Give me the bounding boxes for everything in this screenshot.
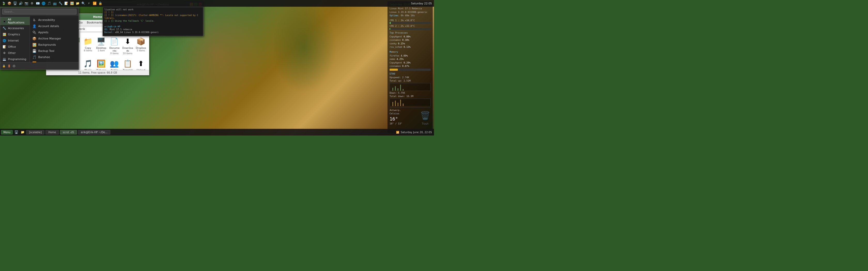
file-item-documents[interactable]: 📄 Documents 0 items	[108, 35, 120, 56]
app-item-bluetooth[interactable]: 📶 Bluetooth	[30, 60, 79, 62]
net-bar-2	[395, 86, 396, 91]
panel-icon-network[interactable]: 📶	[92, 1, 97, 6]
panel-icon-image[interactable]: 🖼️	[69, 1, 74, 6]
sysinfo-uptime: Uptime: 0h 40m 14s	[390, 14, 431, 17]
app-item-backup[interactable]: 💾 Backup Tool	[30, 48, 79, 54]
cat-prog-icon: 💻	[2, 57, 6, 61]
upload-graph	[390, 83, 431, 91]
file-icon-dropbox: 📦	[135, 36, 146, 46]
file-item-desktop[interactable]: 🖥️ Desktop 1 item	[95, 35, 107, 56]
file-item-upload[interactable]: ⬆️ Upload 11 items	[135, 57, 147, 70]
sysinfo-kernel: Linux 3.19.8-031908-generic	[390, 10, 431, 14]
panel-icon-mint[interactable]: 🍃	[1, 1, 6, 6]
net-total-down: Total down: 16.3M	[390, 95, 431, 98]
app-menu-body: 📱 All Applications 🔧 Accessories 🖼️ Grap…	[0, 16, 79, 62]
net-bar-4	[400, 84, 401, 90]
footer-shutdown[interactable]: ⏻	[13, 65, 15, 67]
app-item-account[interactable]: 👤 Account details	[30, 23, 79, 29]
sysinfo-network: ETH0 Upspeed: 2.74K Total up: 2.51M Down…	[390, 72, 431, 106]
mem-proc-3: cinnamon 0.07%	[390, 65, 431, 68]
panel-icon-text[interactable]: 📝	[64, 1, 69, 6]
cat-internet[interactable]: 🌐 Internet	[0, 37, 30, 44]
taskbar-task-home[interactable]: Home	[45, 130, 59, 134]
panel-icon-settings[interactable]: ⚙️	[29, 1, 35, 6]
panel-icon-tools[interactable]: 🔧	[58, 1, 63, 6]
panel-icon-music[interactable]: 🎵	[46, 1, 52, 6]
taskbar-menu-button[interactable]: Menu	[1, 130, 13, 134]
panel-icon-search[interactable]: 🔍	[81, 1, 86, 6]
footer-logout[interactable]: 🚪	[7, 65, 10, 67]
app-label-accessibility: Accessibility	[38, 18, 55, 22]
weather-temp-current: 16°	[390, 115, 431, 122]
file-icon-documents: 📄	[109, 36, 120, 46]
app-item-backgrounds[interactable]: 🖼️ Backgrounds	[30, 41, 79, 48]
menu-bookmarks[interactable]: Bookmarks	[85, 21, 104, 25]
panel-icon-email[interactable]: 📧	[35, 1, 40, 6]
file-item-copy[interactable]: 📁 Copy 8 items	[82, 35, 94, 56]
app-item-accessibility[interactable]: ♿ Accessibility	[30, 17, 79, 23]
cat-graphics[interactable]: 🖼️ Graphics	[0, 31, 30, 37]
cat-all-applications[interactable]: 📱 All Applications	[0, 17, 30, 25]
total-up-val: 2.51M	[404, 79, 410, 82]
taskbar-icon-2[interactable]: 📁	[20, 130, 25, 135]
dl-bar-4	[400, 100, 401, 106]
file-icon-desktop: 🖥️	[96, 36, 106, 46]
file-item-dropbox[interactable]: 📦 Dropbox 5 items	[135, 35, 147, 56]
taskbar-task-terminal[interactable]: erik@Erik-HP ~/De...	[78, 130, 110, 134]
top-proc-0: CopyAgent 0.88%	[390, 35, 431, 38]
file-count-downloads: 10 items	[123, 52, 132, 55]
panel-icon-video[interactable]: 📺	[52, 1, 57, 6]
sysinfo-memory: Memory firefox 4.69% nemo 4.25% CopyAgen…	[390, 50, 431, 71]
cpu2-bar-container	[390, 28, 431, 30]
cat-programming[interactable]: 💻 Programming	[0, 56, 30, 62]
app-item-archive[interactable]: 📦 Archive Manager	[30, 35, 79, 41]
app-item-applets[interactable]: 🔌 Applets	[30, 29, 79, 35]
cpu1-temp: +34.0°C	[405, 19, 415, 22]
file-item-templates[interactable]: 📋 Templates 0 items	[122, 57, 134, 70]
term-spacer	[104, 23, 202, 25]
panel-icon-browser[interactable]: 🌐	[41, 1, 46, 6]
app-search-input[interactable]	[2, 9, 76, 14]
net-bar-5	[403, 89, 404, 91]
panel-icon-power[interactable]: ⚡	[86, 1, 91, 6]
app-icon-accessibility: ♿	[32, 18, 37, 22]
dl-bar-1	[393, 102, 393, 106]
weather-widget: Antwerp, Celsius 16° 18° / 13°	[390, 107, 431, 126]
weather-range: 18° / 13°	[390, 122, 431, 126]
file-icon-copy: 📁	[83, 36, 93, 46]
panel-icon-sound[interactable]: 🔊	[18, 1, 23, 6]
app-item-banshee[interactable]: 🎵 Banshee	[30, 54, 79, 60]
cat-accessories[interactable]: 🔧 Accessories	[0, 25, 30, 31]
taskbar-task-scrot[interactable]: scrot -d5	[60, 130, 77, 134]
panel-datetime: Saturday 22:05	[411, 2, 432, 5]
download-graph	[390, 99, 431, 106]
panel-icon-screen[interactable]: 🖥️	[12, 1, 18, 6]
app-categories: 📱 All Applications 🔧 Accessories 🖼️ Grap…	[0, 16, 30, 62]
panel-icon-screenshot[interactable]: 📷	[24, 1, 29, 6]
cat-prog-label: Programming	[8, 58, 26, 61]
cat-other[interactable]: ⚙️ Other	[0, 50, 30, 56]
file-item-downloads[interactable]: ⬇️ Downloads 10 items	[122, 35, 134, 56]
file-name-desktop: Desktop	[96, 46, 106, 49]
sysinfo-cpu2: CPU 2 : 2% +32.0°C	[390, 25, 431, 28]
cat-acc-label: Accessories	[8, 27, 24, 30]
panel-icon-lock[interactable]: 🔒	[98, 1, 103, 6]
weather-country: Celsius	[390, 112, 431, 115]
terminal-body[interactable]: lization will not work [[ ! ]] [[ ! ]] (…	[103, 7, 203, 36]
app-label-backup: Backup Tool	[38, 49, 54, 53]
panel-icon-files[interactable]: 📦	[7, 1, 12, 6]
taskbar-task-scalable[interactable]: [scalable]	[26, 130, 44, 134]
taskbar-icon-1[interactable]: 🖥️	[14, 130, 19, 135]
file-item-pictures[interactable]: 🖼️ Pictures 10 items	[95, 57, 107, 70]
cat-all-icon: 📱	[2, 19, 6, 23]
footer-lock[interactable]: 🔒	[2, 65, 5, 67]
file-item-music[interactable]: 🎵 Music 0 items	[82, 57, 94, 70]
file-item-public[interactable]: 👥 Public 0 items	[108, 57, 120, 70]
cat-office[interactable]: 📝 Office	[0, 44, 30, 50]
panel-icon-folder[interactable]: 📁	[75, 1, 80, 6]
dl-bar-3	[398, 103, 398, 106]
mem-proc-0: firefox 4.69%	[390, 54, 431, 58]
app-menu-header	[0, 7, 79, 16]
cpu2-bar	[390, 28, 390, 30]
app-menu: 📱 All Applications 🔧 Accessories 🖼️ Grap…	[0, 7, 79, 70]
